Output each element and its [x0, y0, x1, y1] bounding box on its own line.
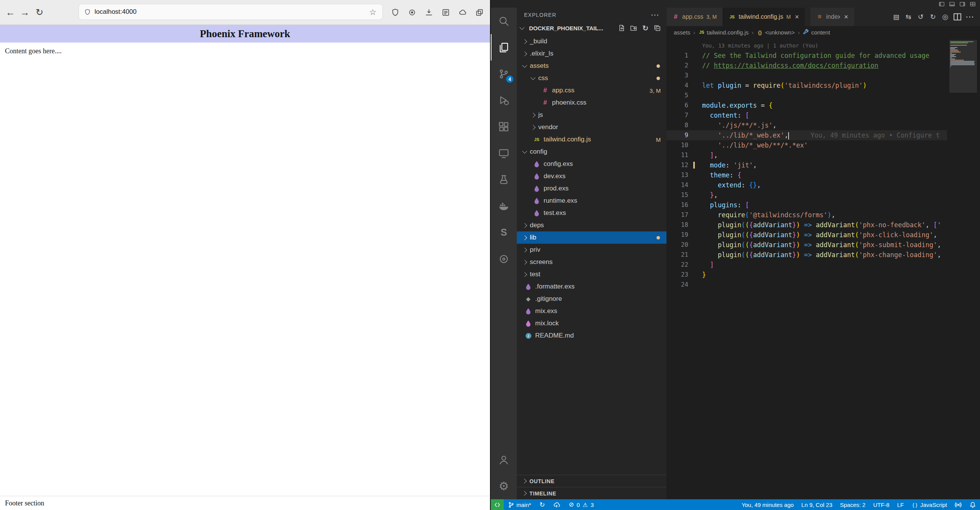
code-pane[interactable]: You, 13 minutes ago | 1 author (You) 1//…: [666, 38, 947, 499]
activity-explorer[interactable]: [491, 34, 517, 61]
activity-search[interactable]: [491, 8, 517, 34]
heatmap-button[interactable]: ◎: [940, 12, 950, 21]
toggle-panel-icon[interactable]: [949, 1, 956, 7]
security-shield-button[interactable]: [391, 8, 400, 17]
code-line-11[interactable]: 11 ],: [666, 150, 947, 160]
panel-timeline[interactable]: TIMELINE: [517, 487, 666, 499]
tree-item-config.exs[interactable]: config.exs: [517, 158, 666, 170]
code-line-6[interactable]: 6module.exports = {: [666, 100, 947, 110]
code-line-18[interactable]: 18 plugin(({addVariant}) => addVariant('…: [666, 220, 947, 230]
code-line-20[interactable]: 20 plugin(({addVariant}) => addVariant('…: [666, 240, 947, 250]
tree-item-vendor[interactable]: vendor: [517, 121, 666, 133]
activity-manage[interactable]: ⚙: [491, 473, 517, 499]
editor[interactable]: You, 13 minutes ago | 1 author (You) 1//…: [666, 38, 980, 499]
sync-button[interactable]: [458, 8, 467, 17]
tree-item-.gitignore[interactable]: ◆.gitignore: [517, 293, 666, 305]
tree-item-tailwind.config.js[interactable]: JStailwind.config.jsM: [517, 133, 666, 146]
tree-item-config[interactable]: config: [517, 146, 666, 158]
activity-testing[interactable]: [491, 166, 517, 193]
status-language-mode[interactable]: { }JavaScript: [908, 499, 951, 510]
views-more-icon[interactable]: ⋯: [651, 11, 659, 19]
breadcrumb-content[interactable]: content: [803, 29, 830, 36]
status-git-branch[interactable]: main*: [504, 499, 535, 510]
tree-item-prod.exs[interactable]: prod.exs: [517, 182, 666, 195]
status-broadcast[interactable]: [951, 499, 965, 510]
activity-extension-ring[interactable]: [491, 246, 517, 272]
more-actions-button[interactable]: ⋯: [965, 12, 975, 21]
activity-accounts[interactable]: [491, 446, 517, 473]
tab-app.css[interactable]: #app.css3, M: [666, 8, 723, 26]
code-line-10[interactable]: 10 '../lib/*_web/**/*.*ex': [666, 140, 947, 150]
minimap[interactable]: [949, 40, 977, 499]
open-changes-button[interactable]: ⇆: [903, 12, 913, 21]
code-line-24[interactable]: 24: [666, 280, 947, 290]
tab-tailwind.config.js[interactable]: JStailwind.config.jsM×: [723, 8, 805, 26]
code-line-8[interactable]: 8 './js/**/*.js',: [666, 120, 947, 130]
customize-layout-icon[interactable]: [969, 1, 976, 7]
next-change-button[interactable]: ↻: [928, 12, 938, 21]
tree-item-deps[interactable]: deps: [517, 219, 666, 231]
code-line-22[interactable]: 22 ]: [666, 260, 947, 270]
back-button[interactable]: ←: [5, 7, 16, 18]
previous-change-button[interactable]: ↺: [916, 12, 926, 21]
activity-source-control[interactable]: 4: [491, 61, 517, 87]
code-line-13[interactable]: 13 theme: {: [666, 170, 947, 180]
code-line-9[interactable]: 9 '../lib/*_web.ex',You, 49 minutes ago …: [666, 130, 947, 140]
breadcrumb--unknown-[interactable]: {}<unknown>: [757, 29, 795, 36]
tree-item-test.exs[interactable]: test.exs: [517, 207, 666, 219]
new-folder-button[interactable]: [630, 25, 637, 31]
toggle-primary-sidebar-icon[interactable]: [938, 1, 945, 7]
code-line-21[interactable]: 21 plugin(({addVariant}) => addVariant('…: [666, 250, 947, 260]
tree-item-mix.exs[interactable]: mix.exs: [517, 305, 666, 317]
code-line-15[interactable]: 15 },: [666, 190, 947, 200]
site-badge-button[interactable]: [408, 8, 416, 17]
code-line-5[interactable]: 5: [666, 90, 947, 100]
reload-button[interactable]: ↻: [34, 7, 45, 18]
code-line-19[interactable]: 19 plugin(({addVariant}) => addVariant('…: [666, 230, 947, 240]
code-line-23[interactable]: 23}: [666, 270, 947, 280]
tree-item-css[interactable]: css: [517, 72, 666, 84]
status-cursor-position[interactable]: Ln 9, Col 23: [797, 499, 836, 510]
activity-extension-s[interactable]: S: [491, 219, 517, 246]
tree-item-.formatter.exs[interactable]: .formatter.exs: [517, 280, 666, 293]
tab-overview-button[interactable]: [475, 8, 484, 17]
downloads-button[interactable]: [425, 8, 433, 17]
tree-item-assets[interactable]: assets: [517, 60, 666, 72]
code-line-14[interactable]: 14 extend: {},: [666, 180, 947, 190]
status-eol[interactable]: LF: [893, 499, 908, 510]
activity-docker[interactable]: [491, 193, 517, 219]
code-line-16[interactable]: 16 plugins: [: [666, 200, 947, 210]
tree-item-mix.lock[interactable]: mix.lock: [517, 317, 666, 330]
code-line-4[interactable]: 4let plugin = require('tailwindcss/plugi…: [666, 80, 947, 90]
tree-item-README.md[interactable]: iREADME.md: [517, 330, 666, 342]
tree-item-js[interactable]: js: [517, 109, 666, 121]
breadcrumb-assets[interactable]: assets: [674, 29, 690, 36]
tree-item-test[interactable]: test: [517, 268, 666, 280]
code-line-7[interactable]: 7 content: [: [666, 110, 947, 120]
tree-item-.elixir_ls[interactable]: .elixir_ls: [517, 48, 666, 60]
status-gitlens-blame[interactable]: You, 49 minutes ago: [738, 499, 797, 510]
split-editor-button[interactable]: [952, 12, 962, 21]
toggle-blame-button[interactable]: ▤: [891, 12, 901, 21]
close-icon[interactable]: ×: [844, 13, 848, 21]
site-security-icon[interactable]: [84, 9, 91, 15]
status-indentation[interactable]: Spaces: 2: [836, 499, 869, 510]
minimap-slider[interactable]: [949, 40, 977, 93]
breadcrumb-tailwind-config-js[interactable]: JStailwind.config.js: [698, 29, 748, 36]
toggle-secondary-sidebar-icon[interactable]: [959, 1, 966, 7]
code-line-3[interactable]: 3: [666, 71, 947, 80]
forward-button[interactable]: →: [19, 7, 31, 18]
status-notifications[interactable]: [965, 499, 980, 510]
code-line-17[interactable]: 17 require('@tailwindcss/forms'),: [666, 210, 947, 220]
tab-index[interactable]: ≡index×: [810, 8, 854, 26]
tree-item-lib[interactable]: lib: [517, 231, 666, 244]
collapse-folders-button[interactable]: [654, 25, 661, 31]
code-line-2[interactable]: 2// https://tailwindcss.com/docs/configu…: [666, 61, 947, 71]
activity-extensions[interactable]: [491, 113, 517, 140]
status-git-sync[interactable]: ↻: [535, 499, 549, 510]
status-encoding[interactable]: UTF-8: [869, 499, 893, 510]
bookmark-star-icon[interactable]: ☆: [369, 8, 377, 16]
tree-item-phoenix.css[interactable]: #phoenix.css: [517, 97, 666, 109]
reader-mode-button[interactable]: [441, 8, 450, 17]
activity-run-and-debug[interactable]: [491, 87, 517, 113]
